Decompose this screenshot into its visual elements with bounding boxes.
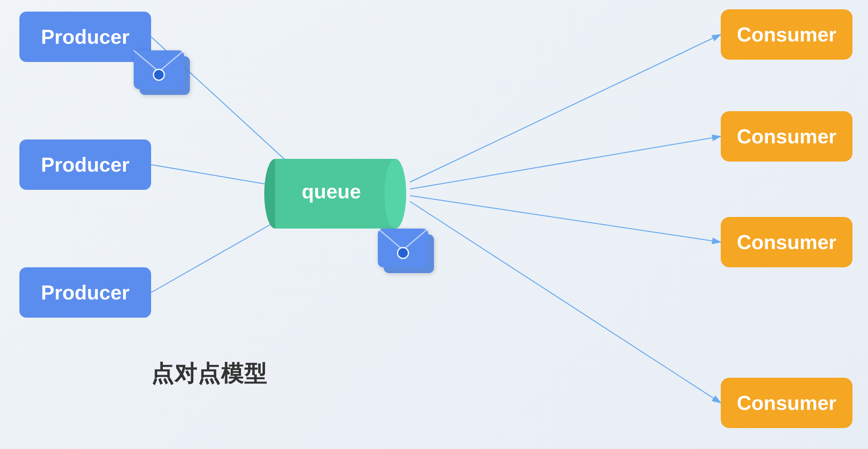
producer-box-2: Producer: [19, 139, 151, 190]
svg-text:queue: queue: [301, 180, 361, 203]
consumer-box-1: Consumer: [721, 9, 852, 60]
svg-line-4: [410, 34, 721, 182]
message-icon-2: [376, 227, 438, 280]
diagram-label: 点对点模型: [151, 359, 267, 389]
svg-point-16: [153, 69, 164, 80]
svg-point-19: [398, 248, 408, 258]
svg-line-7: [410, 201, 721, 403]
consumer-box-4: Consumer: [721, 378, 852, 428]
svg-point-12: [384, 159, 406, 229]
producer-box-3: Producer: [19, 267, 151, 318]
svg-line-5: [410, 136, 721, 189]
diagram-container: Producer Producer Producer queue: [0, 0, 868, 449]
svg-line-6: [410, 196, 721, 242]
message-icon-1: [132, 48, 194, 102]
producer-box-1: Producer: [19, 12, 151, 62]
consumer-box-3: Consumer: [721, 217, 852, 267]
queue-cylinder: queue: [264, 151, 411, 236]
consumer-box-2: Consumer: [721, 111, 852, 162]
